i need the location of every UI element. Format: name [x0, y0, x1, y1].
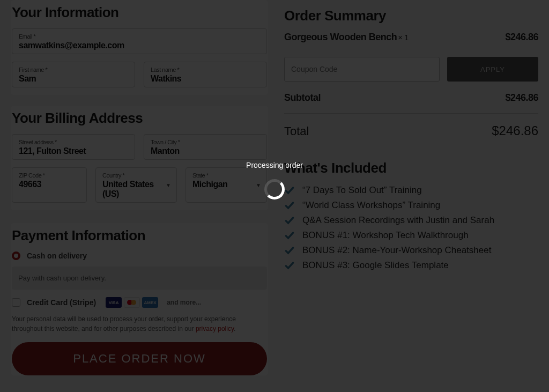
processing-text: Processing order	[246, 161, 303, 169]
processing-overlay: Processing order	[0, 0, 549, 392]
spinner-icon	[264, 179, 285, 199]
